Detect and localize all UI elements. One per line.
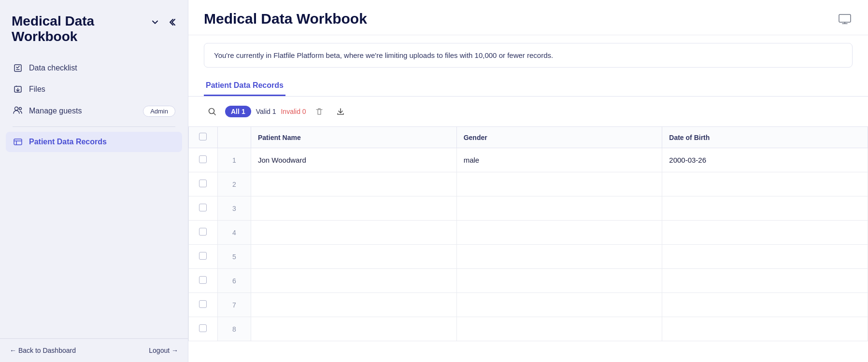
sidebar-item-data-checklist-label: Data checklist bbox=[29, 64, 77, 72]
svg-rect-5 bbox=[839, 14, 851, 22]
row-checkbox[interactable] bbox=[199, 155, 207, 163]
sidebar-item-data-checklist[interactable]: Data checklist bbox=[6, 58, 182, 78]
header-row-num-col bbox=[217, 127, 251, 148]
header-date-of-birth: Date of Birth bbox=[662, 127, 868, 148]
table-row[interactable]: 2 bbox=[189, 172, 868, 196]
table-row[interactable]: 6 bbox=[189, 269, 868, 293]
filter-all-label: All bbox=[231, 108, 240, 115]
delete-button[interactable] bbox=[311, 103, 327, 120]
cell-gender[interactable] bbox=[456, 221, 662, 245]
table-body: 1Jon Woodwardmale2000-03-262345678 bbox=[189, 148, 868, 341]
row-number: 3 bbox=[217, 196, 251, 221]
cell-date-of-birth[interactable] bbox=[662, 172, 868, 196]
cell-patient-name[interactable] bbox=[251, 269, 457, 293]
cell-date-of-birth[interactable] bbox=[662, 221, 868, 245]
cell-date-of-birth[interactable] bbox=[662, 269, 868, 293]
cell-gender[interactable] bbox=[456, 317, 662, 341]
row-checkbox[interactable] bbox=[199, 276, 207, 284]
main-header: Medical Data Workbook bbox=[188, 0, 868, 35]
svg-rect-4 bbox=[14, 139, 22, 145]
table-header-row: Patient Name Gender Date of Birth bbox=[189, 127, 868, 148]
search-button[interactable] bbox=[204, 103, 220, 120]
sidebar-item-patient-data-records-label: Patient Data Records bbox=[29, 138, 107, 146]
cell-gender[interactable] bbox=[456, 293, 662, 317]
collapse-sidebar-button[interactable] bbox=[165, 15, 178, 29]
cell-gender[interactable] bbox=[456, 269, 662, 293]
cell-date-of-birth[interactable] bbox=[662, 317, 868, 341]
row-number: 6 bbox=[217, 269, 251, 293]
filter-all-count: 1 bbox=[242, 108, 245, 115]
row-number: 4 bbox=[217, 221, 251, 245]
chevron-down-icon[interactable] bbox=[150, 17, 160, 27]
cell-patient-name[interactable]: Jon Woodward bbox=[251, 148, 457, 172]
sidebar: Medical Data Workbook bbox=[0, 0, 188, 362]
sidebar-item-files-label: Files bbox=[29, 85, 45, 94]
cell-date-of-birth[interactable] bbox=[662, 293, 868, 317]
sidebar-item-manage-guests-label: Manage guests bbox=[29, 107, 82, 115]
header-checkbox-col bbox=[189, 127, 218, 148]
back-to-dashboard-link[interactable]: ← Back to Dashboard bbox=[10, 347, 76, 354]
cell-date-of-birth[interactable] bbox=[662, 196, 868, 221]
patient-data-table: Patient Name Gender Date of Birth 1Jon W… bbox=[188, 126, 868, 341]
sidebar-header: Medical Data Workbook bbox=[0, 0, 188, 54]
row-checkbox[interactable] bbox=[199, 252, 207, 260]
table-icon bbox=[13, 137, 23, 147]
cell-gender[interactable] bbox=[456, 196, 662, 221]
row-checkbox[interactable] bbox=[199, 300, 207, 308]
sidebar-divider bbox=[13, 126, 175, 127]
cell-gender[interactable] bbox=[456, 172, 662, 196]
files-icon bbox=[13, 84, 23, 95]
cell-patient-name[interactable] bbox=[251, 245, 457, 269]
row-checkbox-cell bbox=[189, 269, 218, 293]
cell-patient-name[interactable] bbox=[251, 221, 457, 245]
toolbar: All 1 Valid 1 Invalid 0 bbox=[188, 97, 868, 126]
row-checkbox[interactable] bbox=[199, 324, 207, 332]
row-number: 2 bbox=[217, 172, 251, 196]
cell-gender[interactable] bbox=[456, 245, 662, 269]
sidebar-item-manage-guests[interactable]: Manage guests Admin bbox=[6, 100, 182, 122]
admin-badge: Admin bbox=[143, 106, 175, 117]
sidebar-footer: ← Back to Dashboard Logout → bbox=[0, 338, 188, 362]
cell-patient-name[interactable] bbox=[251, 196, 457, 221]
cell-date-of-birth[interactable]: 2000-03-26 bbox=[662, 148, 868, 172]
table-row[interactable]: 7 bbox=[189, 293, 868, 317]
cell-gender[interactable]: male bbox=[456, 148, 662, 172]
table-row[interactable]: 3 bbox=[189, 196, 868, 221]
row-checkbox-cell bbox=[189, 172, 218, 196]
filter-all-button[interactable]: All 1 bbox=[225, 106, 251, 117]
checklist-icon bbox=[13, 63, 23, 73]
svg-point-3 bbox=[19, 108, 22, 110]
table-container: Patient Name Gender Date of Birth 1Jon W… bbox=[188, 126, 868, 362]
filter-invalid-button[interactable]: Invalid 0 bbox=[281, 108, 306, 115]
row-checkbox-cell bbox=[189, 148, 218, 172]
filter-valid-button[interactable]: Valid 1 bbox=[256, 108, 276, 115]
download-button[interactable] bbox=[332, 103, 349, 120]
sidebar-title: Medical Data Workbook bbox=[12, 14, 118, 44]
monitor-icon[interactable] bbox=[837, 11, 853, 27]
row-number: 7 bbox=[217, 293, 251, 317]
main-content: Medical Data Workbook You're currently i… bbox=[188, 0, 868, 362]
table-row[interactable]: 8 bbox=[189, 317, 868, 341]
row-checkbox[interactable] bbox=[199, 204, 207, 211]
row-checkbox[interactable] bbox=[199, 228, 207, 236]
page-title: Medical Data Workbook bbox=[204, 11, 367, 27]
cell-patient-name[interactable] bbox=[251, 172, 457, 196]
table-row[interactable]: 5 bbox=[189, 245, 868, 269]
sidebar-item-patient-data-records[interactable]: Patient Data Records bbox=[6, 132, 182, 152]
table-row[interactable]: 1Jon Woodwardmale2000-03-26 bbox=[189, 148, 868, 172]
table-row[interactable]: 4 bbox=[189, 221, 868, 245]
row-checkbox[interactable] bbox=[199, 180, 207, 187]
cell-date-of-birth[interactable] bbox=[662, 245, 868, 269]
row-number: 5 bbox=[217, 245, 251, 269]
cell-patient-name[interactable] bbox=[251, 293, 457, 317]
tabs-bar: Patient Data Records bbox=[188, 75, 868, 97]
sidebar-item-files[interactable]: Files bbox=[6, 79, 182, 99]
row-checkbox-cell bbox=[189, 196, 218, 221]
tab-patient-data-records[interactable]: Patient Data Records bbox=[204, 75, 285, 96]
header-gender: Gender bbox=[456, 127, 662, 148]
beta-banner: You're currently in Flatfile Platform be… bbox=[204, 43, 853, 68]
logout-link[interactable]: Logout → bbox=[149, 347, 178, 354]
select-all-checkbox[interactable] bbox=[199, 133, 207, 140]
sidebar-header-icons bbox=[150, 15, 178, 29]
cell-patient-name[interactable] bbox=[251, 317, 457, 341]
